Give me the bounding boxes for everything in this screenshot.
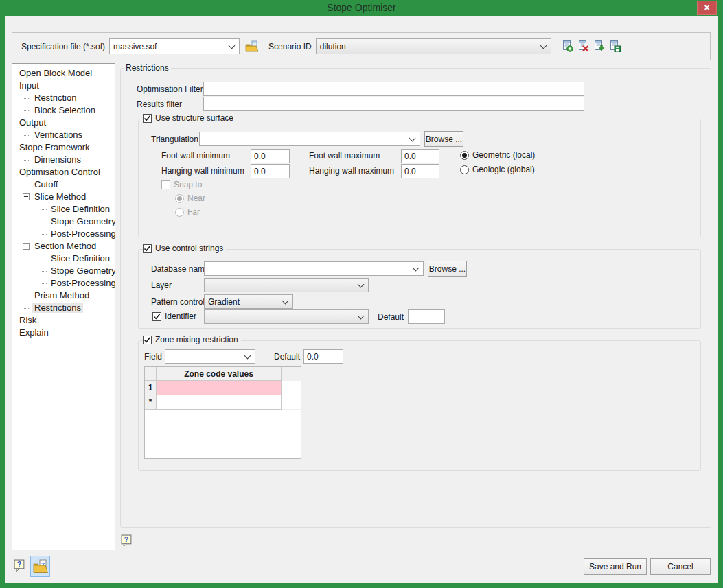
navigation-tree: Open Block ModelInputRestrictionBlock Se… — [12, 63, 115, 550]
open-folder-icon[interactable] — [245, 40, 259, 53]
collapse-minus-icon[interactable] — [23, 193, 30, 200]
tree-item-output[interactable]: Output — [12, 117, 115, 129]
hanging-wall-minimum-input[interactable] — [251, 164, 290, 178]
tree-item-slice-method[interactable]: Slice Method — [12, 191, 115, 203]
row-header[interactable]: * — [145, 395, 157, 410]
triangulation-browse-button[interactable]: Browse ... — [424, 131, 463, 147]
identifier-row: Identifier — [152, 311, 196, 321]
save-and-run-button[interactable]: Save and Run — [584, 558, 647, 575]
identifier-checkbox[interactable] — [152, 312, 161, 321]
identifier-default-label: Default — [378, 312, 404, 322]
hanging-wall-maximum-input[interactable] — [401, 164, 439, 178]
titlebar[interactable]: Stope Optimiser ✕ — [0, 0, 723, 16]
tree-item-label: Post-Processing — [49, 228, 115, 239]
tree-item-explain[interactable]: Explain — [12, 327, 115, 339]
identifier-combo[interactable] — [204, 309, 369, 324]
use-structure-surface-checkbox[interactable] — [143, 114, 152, 123]
database-name-label: Database name — [151, 264, 209, 274]
zone-code-cell-selected[interactable] — [157, 381, 282, 395]
near-radio — [175, 194, 184, 203]
table-header-row: Zone code values — [145, 367, 301, 381]
tree-item-slice-definition[interactable]: Slice Definition — [12, 252, 115, 265]
tree-item-label: Slice Definition — [49, 204, 112, 214]
snap-to-label: Snap to — [174, 180, 202, 189]
hanging-wall-maximum-label: Hanging wall maximum — [309, 166, 394, 176]
tree-item-restrictions[interactable]: Restrictions — [12, 302, 115, 314]
tree-item-prism-method[interactable]: Prism Method — [12, 290, 115, 302]
zone-default-input[interactable] — [303, 349, 343, 364]
tree-item-label: Slice Definition — [49, 253, 112, 263]
tree-item-stope-geometry[interactable]: Stope Geometry — [12, 215, 115, 228]
layer-combo[interactable] — [204, 278, 369, 292]
table-corner-cell[interactable] — [145, 367, 157, 381]
scenario-id-combo[interactable]: dilution — [316, 38, 551, 54]
use-structure-surface-label: Use structure surface — [155, 113, 233, 123]
help-bubble-icon[interactable]: ? — [121, 534, 133, 549]
tree-item-block-selection[interactable]: Block Selection — [12, 104, 115, 117]
optimisation-filter-label: Optimisation Filter — [137, 84, 203, 94]
zone-mixing-checkbox[interactable] — [143, 336, 152, 344]
tree-item-optimisation-control[interactable]: Optimisation Control — [12, 166, 115, 178]
stope-optimiser-window: Stope Optimiser ✕ Specification file (*.… — [0, 0, 723, 588]
foot-wall-minimum-input[interactable] — [251, 149, 290, 163]
zone-code-cell-new[interactable] — [157, 395, 282, 410]
close-button[interactable]: ✕ — [697, 1, 717, 15]
tree-item-dimensions[interactable]: Dimensions — [12, 154, 115, 166]
tree-item-section-method[interactable]: Section Method — [12, 240, 115, 252]
tree-item-slice-definition[interactable]: Slice Definition — [12, 203, 115, 215]
database-browse-button[interactable]: Browse ... — [428, 261, 467, 277]
tree-item-label: Block Selection — [32, 105, 97, 115]
use-control-strings-row: Use control strings — [143, 244, 226, 253]
tree-item-cutoff[interactable]: Cutoff — [12, 178, 115, 191]
zone-code-values-header[interactable]: Zone code values — [157, 367, 282, 381]
import-scenario-doc-arrow-icon[interactable] — [593, 40, 605, 52]
chevron-down-icon — [244, 353, 251, 360]
help-bubble-icon[interactable]: ? — [14, 559, 25, 574]
context-help-button[interactable]: ? — [30, 556, 50, 577]
field-combo[interactable] — [165, 349, 255, 364]
snap-to-row: Snap to — [161, 180, 202, 189]
tree-item-label: Cutoff — [32, 179, 60, 189]
database-name-combo[interactable] — [204, 261, 424, 276]
optimisation-filter-input[interactable] — [203, 82, 584, 96]
chevron-down-icon — [282, 298, 289, 305]
tree-item-risk[interactable]: Risk — [12, 314, 115, 327]
results-filter-input[interactable] — [203, 97, 584, 111]
table-row-filler — [282, 381, 301, 395]
new-scenario-doc-plus-icon[interactable] — [562, 40, 573, 52]
table-row-filler — [282, 395, 301, 410]
save-scenario-doc-floppy-icon[interactable] — [609, 40, 621, 52]
topbar: Specification file (*.sof) massive.sof S… — [12, 32, 711, 60]
chevron-down-icon — [409, 135, 416, 142]
control-strings-group: Use control strings Database name Browse… — [138, 249, 701, 329]
tree-item-post-processing[interactable]: Post-Processing — [12, 228, 115, 240]
triangulation-combo[interactable] — [199, 132, 420, 146]
tree-item-label: Prism Method — [32, 290, 91, 301]
table-header-filler — [282, 367, 301, 381]
spec-file-label: Specification file (*.sof) — [21, 42, 105, 51]
chevron-down-icon — [229, 43, 236, 49]
tree-item-verifications[interactable]: Verifications — [12, 129, 115, 141]
tree-item-post-processing[interactable]: Post-Processing — [12, 277, 115, 290]
use-control-strings-checkbox[interactable] — [143, 244, 152, 253]
foot-wall-maximum-input[interactable] — [401, 149, 439, 163]
tree-item-open-block-model[interactable]: Open Block Model — [12, 67, 115, 80]
cancel-button[interactable]: Cancel — [650, 558, 711, 575]
delete-scenario-doc-x-icon[interactable] — [577, 40, 589, 52]
hanging-wall-minimum-label: Hanging wall minimum — [161, 166, 244, 176]
geometric-local-radio[interactable] — [460, 151, 469, 160]
snap-to-checkbox — [161, 180, 170, 189]
tree-item-restriction[interactable]: Restriction — [12, 92, 115, 104]
tree-item-stope-framework[interactable]: Stope Framework — [12, 141, 115, 154]
pattern-control-combo[interactable]: Gradient — [204, 294, 293, 309]
row-header[interactable]: 1 — [145, 381, 157, 395]
identifier-default-input[interactable] — [408, 309, 445, 324]
tree-item-input[interactable]: Input — [12, 80, 115, 92]
foot-wall-maximum-label: Foot wall maximum — [309, 151, 380, 161]
spec-file-combo[interactable]: massive.sof — [109, 38, 240, 54]
tree-item-label: Verifications — [32, 130, 84, 140]
tree-item-stope-geometry[interactable]: Stope Geometry — [12, 265, 115, 277]
collapse-minus-icon[interactable] — [23, 243, 30, 250]
near-row: Near — [175, 193, 205, 203]
geologic-global-radio[interactable] — [460, 165, 469, 174]
